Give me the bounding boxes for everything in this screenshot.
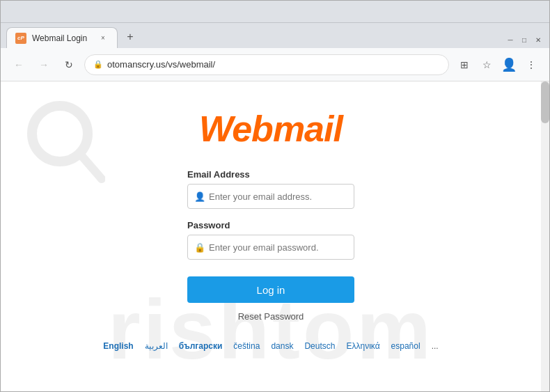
- user-icon: 👤: [194, 191, 205, 202]
- lang-greek[interactable]: Ελληνικά: [346, 341, 379, 351]
- favicon-icon: cP: [15, 33, 26, 44]
- reset-password-link[interactable]: Reset Password: [238, 311, 304, 322]
- active-tab[interactable]: cP Webmail Login ×: [6, 27, 118, 48]
- password-label: Password: [187, 220, 354, 230]
- email-form-group: Email Address 👤: [187, 169, 354, 209]
- tab-title: Webmail Login: [32, 33, 92, 43]
- webmail-logo: Webmail: [199, 108, 343, 150]
- maximize-button[interactable]: □: [519, 34, 530, 45]
- refresh-button[interactable]: ↻: [59, 55, 79, 75]
- more-languages[interactable]: ...: [432, 341, 439, 351]
- tab-bar: cP Webmail Login × + ─ □ ✕: [1, 23, 549, 48]
- tab-favicon: cP: [15, 33, 26, 44]
- address-bar-actions: ⊞ ☆ 👤 ⋮: [455, 55, 541, 75]
- lang-english[interactable]: English: [103, 341, 133, 351]
- url-text: otomanscry.us/vs/webmail/: [107, 59, 440, 70]
- address-bar: ← → ↻ 🔒 otomanscry.us/vs/webmail/ ⊞ ☆ 👤 …: [1, 48, 549, 81]
- lang-arabic[interactable]: العربية: [145, 341, 168, 351]
- password-input[interactable]: [187, 235, 354, 260]
- password-form-group: Password 🔒: [187, 220, 354, 260]
- login-button[interactable]: Log in: [187, 276, 354, 303]
- lang-german[interactable]: Deutsch: [304, 341, 335, 351]
- more-button[interactable]: ⋮: [521, 55, 541, 75]
- lang-danish[interactable]: dansk: [271, 341, 293, 351]
- scrollbar[interactable]: [541, 81, 549, 391]
- back-button[interactable]: ←: [9, 55, 29, 75]
- lang-czech[interactable]: čeština: [233, 341, 260, 351]
- scrollbar-thumb[interactable]: [541, 81, 549, 123]
- account-button[interactable]: 👤: [499, 55, 519, 75]
- forward-button[interactable]: →: [34, 55, 54, 75]
- tab-close-button[interactable]: ×: [97, 33, 109, 44]
- lang-spanish[interactable]: español: [391, 341, 421, 351]
- close-button[interactable]: ✕: [533, 34, 544, 45]
- email-label: Email Address: [187, 169, 354, 180]
- minimize-button[interactable]: ─: [505, 34, 516, 45]
- grid-icon-button[interactable]: ⊞: [455, 55, 474, 75]
- lock-field-icon: 🔒: [194, 242, 205, 253]
- email-input[interactable]: [187, 184, 354, 209]
- lang-bulgarian[interactable]: български: [179, 341, 223, 351]
- new-tab-button[interactable]: +: [120, 27, 140, 47]
- email-input-wrapper: 👤: [187, 184, 354, 209]
- browser-frame: cP Webmail Login × + ─ □ ✕ ← → ↻ 🔒 otoma…: [0, 0, 550, 392]
- title-bar: [1, 1, 549, 23]
- address-input[interactable]: 🔒 otomanscry.us/vs/webmail/: [84, 54, 449, 75]
- lock-icon: 🔒: [93, 60, 103, 69]
- page-content: rishtom Webmail Email Address 👤 Password…: [1, 81, 549, 391]
- login-container: Webmail Email Address 👤 Password 🔒 Log i…: [1, 81, 541, 391]
- language-bar: English العربية български čeština dansk …: [103, 341, 438, 351]
- password-input-wrapper: 🔒: [187, 235, 354, 260]
- bookmark-button[interactable]: ☆: [477, 55, 496, 75]
